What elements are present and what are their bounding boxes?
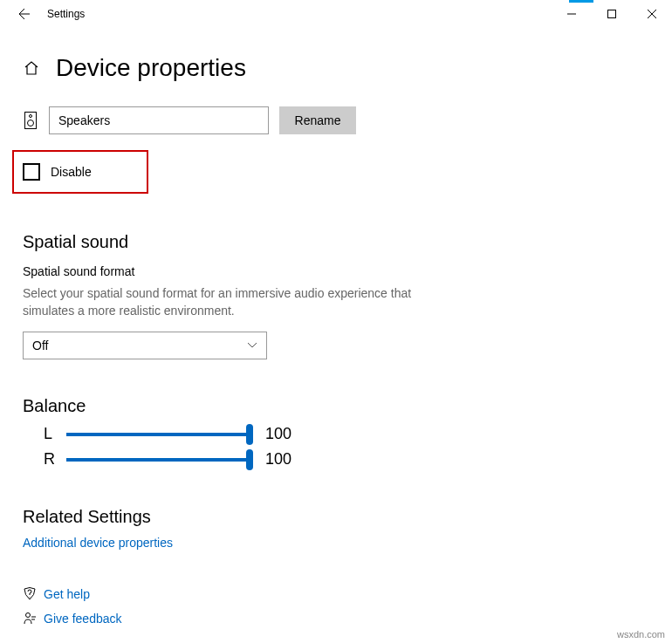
- balance-right-row: R 100: [23, 450, 649, 469]
- rename-button[interactable]: Rename: [279, 106, 356, 134]
- minimize-icon: [567, 10, 576, 18]
- related-settings-heading: Related Settings: [23, 507, 649, 527]
- spatial-format-dropdown[interactable]: Off: [23, 332, 267, 359]
- svg-point-4: [26, 613, 31, 618]
- svg-point-2: [30, 115, 32, 118]
- balance-left-value: 100: [265, 425, 291, 443]
- minimize-button[interactable]: [552, 0, 592, 28]
- balance-left-row: L 100: [23, 425, 649, 443]
- footer-links: Get help Give feedback: [23, 587, 122, 636]
- chevron-down-icon: [247, 342, 257, 349]
- close-button[interactable]: [632, 0, 672, 28]
- svg-point-3: [28, 120, 34, 127]
- additional-properties-link[interactable]: Additional device properties: [23, 536, 173, 550]
- page-title: Device properties: [56, 54, 246, 82]
- give-feedback-link: Give feedback: [44, 612, 122, 626]
- content-area: Device properties Rename Disable Spatial…: [0, 28, 672, 550]
- spatial-help-text: Select your spatial sound format for an …: [23, 285, 424, 319]
- balance-left-label: L: [44, 425, 66, 443]
- window-controls: [552, 0, 672, 28]
- device-name-input[interactable]: [49, 106, 269, 134]
- home-icon[interactable]: [23, 60, 40, 76]
- give-feedback-row[interactable]: Give feedback: [23, 612, 122, 626]
- balance-right-label: R: [44, 450, 66, 469]
- accent-strip: [569, 0, 593, 3]
- titlebar: Settings: [0, 0, 672, 28]
- balance-heading: Balance: [23, 396, 649, 416]
- back-button[interactable]: [7, 0, 42, 28]
- disable-label: Disable: [51, 165, 92, 179]
- watermark: wsxdn.com: [617, 629, 665, 640]
- maximize-icon: [607, 10, 616, 18]
- balance-left-slider[interactable]: [66, 433, 250, 436]
- slider-thumb[interactable]: [246, 424, 253, 445]
- dropdown-value: Off: [32, 339, 48, 352]
- rename-row: Rename: [23, 106, 649, 134]
- get-help-row[interactable]: Get help: [23, 587, 122, 601]
- feedback-icon: [23, 612, 44, 626]
- maximize-button[interactable]: [592, 0, 632, 28]
- arrow-left-icon: [17, 7, 31, 21]
- help-icon: [23, 587, 44, 601]
- spatial-format-label: Spatial sound format: [23, 264, 649, 278]
- balance-right-value: 100: [265, 450, 291, 469]
- get-help-link: Get help: [44, 587, 90, 601]
- svg-rect-0: [608, 10, 616, 18]
- spatial-sound-heading: Spatial sound: [23, 232, 649, 252]
- disable-highlight: Disable: [12, 150, 148, 194]
- close-icon: [648, 10, 656, 18]
- page-header: Device properties: [23, 54, 649, 82]
- balance-right-slider[interactable]: [66, 458, 250, 462]
- window-title: Settings: [47, 8, 85, 20]
- slider-thumb[interactable]: [246, 449, 253, 470]
- disable-checkbox[interactable]: [23, 163, 40, 181]
- speaker-icon: [23, 112, 38, 129]
